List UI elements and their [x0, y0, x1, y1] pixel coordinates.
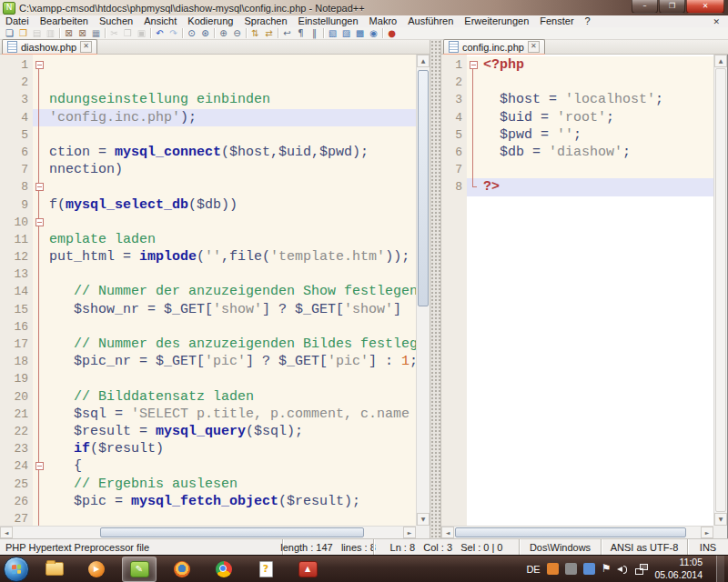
code-token: ($result);	[278, 494, 360, 509]
code-token: 'show'	[213, 302, 262, 317]
menu-item-ausfhren[interactable]: Ausführen	[402, 15, 459, 27]
right-horizontal-scrollbar[interactable]: ◄ ►	[441, 526, 713, 538]
tray-clock[interactable]: 11:05 05.06.2014	[654, 557, 703, 580]
code-text	[46, 74, 416, 91]
menu-item-fenster[interactable]: Fenster	[534, 15, 579, 27]
taskbar-chrome[interactable]	[207, 557, 240, 581]
replace-button[interactable]: ⊛	[198, 27, 212, 39]
user-defined-dialog-button[interactable]: ▧	[326, 27, 339, 39]
menu-item-einstellungen[interactable]: Einstellungen	[293, 15, 364, 27]
menu-item-suchen[interactable]: Suchen	[94, 15, 138, 27]
scroll-thumb[interactable]	[455, 527, 686, 537]
record-macro-button[interactable]: ●	[385, 27, 399, 39]
menu-item-datei[interactable]: Datei	[0, 15, 35, 27]
menu-item-ansicht[interactable]: Ansicht	[138, 15, 182, 27]
close-all-button[interactable]: ⊠	[76, 27, 89, 39]
monitoring-button[interactable]: ◉	[367, 27, 380, 39]
left-horizontal-scrollbar[interactable]: ◄ ►	[0, 526, 416, 538]
sync-vertical-scrolling-button[interactable]: ⇅	[248, 27, 262, 39]
fold-collapse-icon[interactable]	[35, 183, 44, 191]
menu-item-help[interactable]: ?	[580, 15, 596, 27]
fold-collapse-icon[interactable]	[35, 462, 44, 470]
scroll-down-arrow[interactable]: ▼	[417, 513, 430, 526]
tray-keyboard-icon[interactable]	[565, 563, 577, 575]
scroll-left-arrow[interactable]: ◄	[0, 527, 13, 538]
code-editor-diashow[interactable]: 123ndungseinstellung einbinden4'config.i…	[0, 55, 416, 526]
code-line: 6ction = mysql_connect($host,$uid,$pwd);	[0, 144, 416, 161]
word-wrap-button[interactable]: ↩	[280, 27, 294, 39]
save-all-button[interactable]: ▥	[44, 27, 57, 39]
code-text: $pic_nr = $_GET['pic'] ? $_GET['pic'] : …	[46, 353, 416, 370]
sync-horizontal-scrolling-button[interactable]: ⇄	[262, 27, 276, 39]
code-line: 8?>	[441, 178, 713, 196]
close-button[interactable]: ⊠	[62, 27, 76, 39]
tray-language-indicator[interactable]: DE	[526, 564, 540, 575]
taskbar-adobe-reader[interactable]: ▲	[291, 557, 324, 581]
taskbar-notepadpp[interactable]: ✎	[122, 557, 157, 582]
cut-button[interactable]: ✂	[107, 27, 121, 39]
scroll-thumb[interactable]	[100, 527, 364, 537]
menu-item-bearbeiten[interactable]: Bearbeiten	[35, 15, 94, 27]
scroll-down-arrow[interactable]: ▼	[714, 513, 727, 526]
print-button[interactable]: ▦	[89, 27, 103, 39]
tray-action-center-flag-icon[interactable]: ⚑	[602, 563, 612, 575]
pane-splitter[interactable]	[430, 40, 441, 538]
line-number: 5	[0, 126, 33, 144]
left-vertical-scrollbar[interactable]: ▲ ▼	[416, 55, 430, 526]
close-tab-icon[interactable]: ✕	[528, 41, 540, 53]
start-button[interactable]	[4, 557, 29, 582]
taskbar: ▶✎?▲ DE ⚑ 11:05 05.06.2014	[0, 555, 728, 582]
paste-button[interactable]: ▣	[135, 27, 148, 39]
fold-collapse-icon[interactable]	[35, 61, 44, 69]
show-desktop-button[interactable]	[716, 556, 724, 582]
scroll-right-arrow[interactable]: ►	[403, 527, 416, 538]
redo-button[interactable]: ↷	[167, 27, 180, 39]
menu-item-kodierung[interactable]: Kodierung	[182, 15, 238, 27]
tab-diashow-php[interactable]: diashow.php ✕	[2, 39, 97, 54]
close-document-icon[interactable]: ✕	[704, 17, 728, 26]
zoom-in-button[interactable]: ⊕	[217, 27, 230, 39]
new-file-button[interactable]: ❏	[3, 27, 16, 39]
function-list-button[interactable]: ▩	[353, 27, 367, 39]
scroll-up-arrow[interactable]: ▲	[417, 55, 430, 67]
tray-network-icon[interactable]	[635, 564, 648, 575]
scroll-left-arrow[interactable]: ◄	[441, 527, 454, 538]
taskbar-explorer[interactable]	[38, 557, 71, 581]
right-vertical-scrollbar[interactable]: ▲ ▼	[713, 55, 727, 526]
menu-item-sprachen[interactable]: Sprachen	[238, 15, 292, 27]
minimize-button[interactable]: –	[632, 0, 658, 14]
scroll-thumb[interactable]	[715, 68, 726, 512]
title-bar[interactable]: N C:\xampp-cmsod\htdocs\phpmysql\diashow…	[0, 0, 728, 16]
taskbar-firefox[interactable]	[166, 557, 198, 581]
tray-display-icon[interactable]	[583, 563, 595, 575]
taskbar-help-file[interactable]: ?	[249, 557, 282, 581]
toolbar-separator	[278, 28, 278, 38]
code-editor-config[interactable]: 1<?php23 $host = 'localhost';4 $uid = 'r…	[441, 55, 713, 526]
show-all-characters-button[interactable]: ¶	[294, 27, 308, 39]
menu-item-makro[interactable]: Makro	[364, 15, 403, 27]
save-button[interactable]: ▤	[30, 27, 44, 39]
open-file-button[interactable]: ❐	[16, 27, 30, 39]
close-tab-icon[interactable]: ✕	[80, 41, 92, 53]
undo-button[interactable]: ↶	[153, 27, 167, 39]
scroll-up-arrow[interactable]: ▲	[714, 55, 727, 67]
code-token: );	[180, 110, 197, 125]
restore-button[interactable]: ❐	[659, 0, 685, 14]
fold-collapse-icon[interactable]	[35, 218, 44, 226]
zoom-out-button[interactable]: ⊖	[230, 27, 244, 39]
taskbar-media-player[interactable]: ▶	[80, 557, 113, 581]
close-button[interactable]: ✕	[686, 0, 724, 14]
tray-app-orange-icon[interactable]	[547, 563, 559, 575]
copy-button[interactable]: ❒	[121, 27, 135, 39]
indent-guide-button[interactable]: ‖	[308, 27, 321, 39]
scroll-thumb[interactable]	[418, 70, 429, 306]
fold-collapse-icon[interactable]	[470, 61, 478, 69]
line-number: 17	[0, 336, 33, 353]
tab-config-inc-php[interactable]: config.inc.php ✕	[443, 39, 545, 54]
menu-item-erweiterungen[interactable]: Erweiterungen	[459, 15, 534, 27]
document-map-button[interactable]: ▨	[339, 27, 353, 39]
tray-volume-icon[interactable]	[617, 564, 629, 575]
find-button[interactable]: ⊙	[185, 27, 198, 39]
scroll-right-arrow[interactable]: ►	[701, 527, 713, 538]
line-number: 9	[0, 196, 33, 214]
